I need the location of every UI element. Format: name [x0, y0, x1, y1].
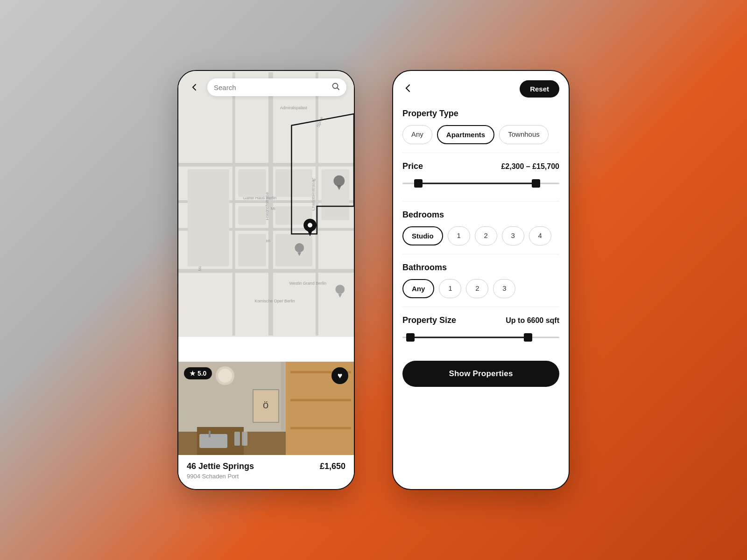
bedrooms-section: Bedrooms Studio 1 2 3 4	[393, 203, 569, 252]
svg-rect-49	[199, 434, 227, 448]
svg-text:Admiralspalast: Admiralspalast	[280, 105, 308, 110]
search-input-wrap[interactable]	[207, 78, 346, 96]
svg-rect-26	[188, 169, 229, 266]
bathroom-chip-2[interactable]: 2	[466, 279, 488, 298]
property-size-value: Up to 6600 sqft	[506, 316, 559, 325]
property-info: 46 Jettie Springs 9904 Schaden Port £1,6…	[178, 455, 354, 489]
filter-back-button[interactable]	[402, 83, 413, 95]
bedroom-chip-studio[interactable]: Studio	[402, 226, 443, 245]
property-type-chips: Any Apartments Townhous	[402, 125, 559, 144]
price-value: £2,300 – £15,700	[501, 162, 559, 171]
size-thumb-max[interactable]	[524, 333, 532, 342]
divider-3	[402, 254, 559, 254]
svg-point-54	[218, 369, 232, 383]
show-properties-wrap: Show Properties	[393, 353, 569, 396]
bedrooms-title: Bedrooms	[402, 210, 444, 220]
bathroom-chip-3[interactable]: 3	[493, 279, 515, 298]
bathroom-chip-any[interactable]: Any	[402, 279, 434, 298]
property-size-section: Property Size Up to 6600 sqft	[393, 309, 569, 353]
svg-rect-52	[242, 432, 247, 446]
svg-rect-24	[275, 234, 312, 266]
filter-header: Reset	[393, 71, 569, 102]
price-section: Price £2,300 – £15,700	[393, 155, 569, 199]
bathrooms-chips: Any 1 2 3	[402, 279, 559, 298]
reset-button[interactable]: Reset	[520, 80, 559, 98]
rating-badge: ★ 5.0	[184, 367, 212, 379]
map-back-button[interactable]	[186, 79, 203, 96]
bathroom-chip-1[interactable]: 1	[439, 279, 461, 298]
type-chip-apartments[interactable]: Apartments	[437, 125, 494, 144]
size-slider[interactable]	[402, 332, 559, 343]
property-type-section: Property Type Any Apartments Townhous	[393, 102, 569, 151]
bedroom-chip-4[interactable]: 4	[529, 226, 551, 245]
price-title: Price	[402, 161, 423, 171]
svg-rect-44	[290, 427, 351, 429]
property-size-title: Property Size	[402, 315, 456, 325]
bedroom-chip-3[interactable]: 3	[502, 226, 524, 245]
search-icon[interactable]	[331, 82, 340, 92]
property-price: £1,650	[320, 462, 345, 471]
svg-point-28	[333, 175, 345, 187]
svg-rect-43	[290, 399, 351, 401]
svg-text:Komische Oper Berlin: Komische Oper Berlin	[254, 299, 295, 303]
show-properties-button[interactable]: Show Properties	[402, 361, 559, 387]
map-area: Spree Admiralspalast Dorotheenstraße Gaf…	[178, 71, 354, 337]
search-bar-row	[186, 78, 346, 96]
property-type-title: Property Type	[402, 109, 458, 119]
left-phone: Spree Admiralspalast Dorotheenstraße Gaf…	[177, 70, 355, 490]
divider-4	[402, 307, 559, 307]
svg-rect-23	[239, 234, 266, 266]
price-thumb-max[interactable]	[532, 179, 540, 188]
price-fill	[418, 183, 536, 184]
property-address: 9904 Schaden Port	[187, 473, 254, 480]
svg-rect-19	[239, 169, 266, 197]
bathrooms-title: Bathrooms	[402, 263, 447, 273]
rating-text: ★ 5.0	[190, 370, 206, 377]
svg-line-38	[337, 88, 339, 90]
bathrooms-section: Bathrooms Any 1 2 3	[393, 256, 569, 305]
price-thumb-min[interactable]	[414, 179, 423, 188]
type-chip-townhouse[interactable]: Townhous	[499, 125, 549, 144]
right-phone: Reset Property Type Any Apartments Townh…	[392, 70, 570, 490]
svg-text:ö: ö	[263, 399, 268, 411]
svg-text:Westin Grand Berlin: Westin Grand Berlin	[289, 281, 326, 286]
favorite-button[interactable]: ♥	[331, 367, 348, 384]
price-slider[interactable]	[402, 178, 559, 189]
svg-rect-50	[209, 431, 211, 437]
property-name: 46 Jettie Springs	[187, 462, 254, 471]
svg-rect-51	[234, 432, 240, 446]
heart-icon: ♥	[338, 371, 343, 381]
bedroom-chip-2[interactable]: 2	[475, 226, 497, 245]
type-chip-any[interactable]: Any	[402, 125, 432, 144]
divider-2	[402, 201, 559, 202]
bedrooms-chips: Studio 1 2 3 4	[402, 226, 559, 245]
svg-point-35	[335, 285, 345, 294]
svg-rect-21	[239, 206, 266, 225]
property-card: ö ★ 5.0 ♥ 46 Jet	[178, 362, 354, 489]
property-image: ö ★ 5.0 ♥	[178, 362, 354, 455]
divider-1	[402, 153, 559, 153]
search-input[interactable]	[214, 84, 331, 91]
svg-point-33	[295, 243, 304, 252]
bedroom-chip-1[interactable]: 1	[448, 226, 470, 245]
size-thumb-min[interactable]	[406, 333, 415, 342]
svg-point-31	[308, 223, 312, 228]
size-fill	[410, 337, 528, 338]
